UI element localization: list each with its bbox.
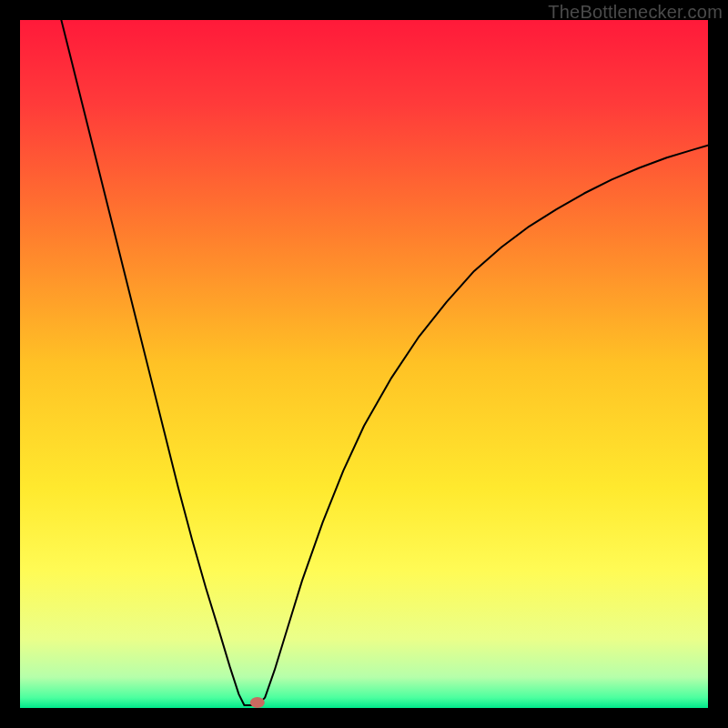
gradient-background	[20, 20, 708, 708]
chart-frame: TheBottlenecker.com	[0, 0, 728, 728]
optimal-point-marker	[250, 697, 265, 708]
chart-svg	[20, 20, 708, 708]
plot-area	[20, 20, 708, 708]
